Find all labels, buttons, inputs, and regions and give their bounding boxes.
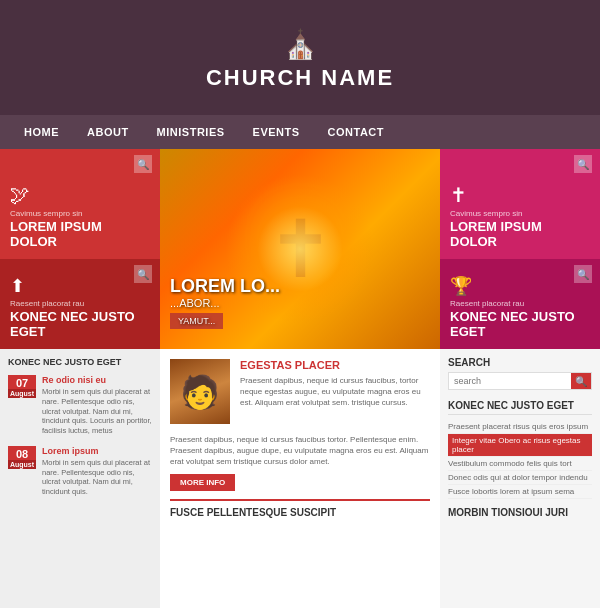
news-title-2[interactable]: Lorem ipsum [42, 446, 152, 456]
hero-image: ✝ LOREM LO... ...ABOR... YAMUT... [160, 149, 440, 349]
arrow-up-icon: ⬆ [10, 275, 150, 297]
left-middle-search-icon[interactable]: 🔍 [134, 265, 152, 283]
nav-events[interactable]: EVENTS [239, 126, 314, 138]
news-content-1: Re odio nisi eu Morbi in sem quis dui pl… [42, 375, 152, 436]
right-middle-title: KONEC NEC JUSTO EGET [450, 310, 590, 339]
right-bird-icon: ✝ [450, 183, 590, 207]
right-top-search-icon[interactable]: 🔍 [574, 155, 592, 173]
news-text-1: Morbi in sem quis dui placerat at nare. … [42, 387, 152, 436]
news-item-1: 07 August Re odio nisi eu Morbi in sem q… [8, 375, 152, 436]
right-links: Praesent placerat risus quis eros ipsum … [448, 420, 592, 499]
article-body2: Praesent dapibus, neque id cursus faucib… [170, 434, 430, 468]
left-top-title: LOREM IPSUM DOLOR [10, 220, 150, 249]
hero-button[interactable]: YAMUT... [170, 313, 223, 329]
search-button[interactable]: 🔍 [571, 373, 591, 389]
hero-main-text: LOREM LO... [170, 276, 280, 297]
left-middle-title: KONEC NEC JUSTO EGET [10, 310, 150, 339]
left-bottom-title: KONEC NEC JUSTO EGET [8, 357, 152, 367]
section-divider [170, 499, 430, 501]
chalice-icon: 🏆 [450, 275, 590, 297]
right-link-2[interactable]: Integer vitae Obero ac risus egestas pla… [448, 434, 592, 457]
date-badge-2: 08 August [8, 446, 36, 469]
article-title: EGESTAS PLACER [240, 359, 430, 371]
left-top-subtitle: Cavimus sempro sin [10, 209, 150, 218]
right-middle-panel: 🔍 🏆 Raesent placorat rau KONEC NEC JUSTO… [440, 259, 600, 349]
right-middle-search-icon[interactable]: 🔍 [574, 265, 592, 283]
search-section: SEARCH 🔍 [448, 357, 592, 390]
right-middle-subtitle: Raesent placorat rau [450, 299, 590, 308]
right-bottom-panel: SEARCH 🔍 KONEC NEC JUSTO EGET Praesent p… [440, 349, 600, 608]
right-section-title: KONEC NEC JUSTO EGET [448, 400, 592, 415]
right-top-title: LOREM IPSUM DOLOR [450, 220, 590, 249]
nav-about[interactable]: ABOUT [73, 126, 143, 138]
right-top-panel: 🔍 ✝ Cavimus sempro sin LOREM IPSUM DOLOR [440, 149, 600, 259]
right-link-5[interactable]: Fusce lobortis lorem at ipsum sema [448, 485, 592, 499]
hero-text: LOREM LO... ...ABOR... YAMUT... [170, 276, 280, 329]
header: ⛪ CHURCH NAME [0, 0, 600, 115]
section2-title: FUSCE PELLENTESQUE SUSCIPIT [170, 507, 430, 518]
news-text-2: Morbi in sem quis dui placerat at nare. … [42, 458, 152, 497]
date-badge-1: 07 August [8, 375, 36, 398]
article-top: 🧑 EGESTAS PLACER Praesent dapibus, neque… [170, 359, 430, 424]
left-top-panel: 🔍 🕊 Cavimus sempro sin LOREM IPSUM DOLOR [0, 149, 160, 259]
navigation: HOME ABOUT MINISTRIES EVENTS CONTACT [0, 115, 600, 149]
search-label: SEARCH [448, 357, 592, 368]
right-link-3[interactable]: Vestibulum commodo felis quis tort [448, 457, 592, 471]
right-link-4[interactable]: Donec odis qui at dolor tempor indendu [448, 471, 592, 485]
right-top-subtitle: Cavimus sempro sin [450, 209, 590, 218]
hero-sub-text: ...ABOR... [170, 297, 280, 309]
more-info-button[interactable]: MORE INFO [170, 474, 235, 491]
article-image: 🧑 [170, 359, 230, 424]
left-middle-panel: 🔍 ⬆ Raesent placorat rau KONEC NEC JUSTO… [0, 259, 160, 349]
main-layout: 🔍 🕊 Cavimus sempro sin LOREM IPSUM DOLOR… [0, 149, 600, 608]
center-content: ✝ LOREM LO... ...ABOR... YAMUT... 🧑 EGES… [160, 149, 440, 608]
bird-icon: 🕊 [10, 184, 150, 207]
news-title-1[interactable]: Re odio nisi eu [42, 375, 152, 385]
article-text: EGESTAS PLACER Praesent dapibus, neque i… [240, 359, 430, 424]
nav-contact[interactable]: CONTACT [314, 126, 398, 138]
church-name: CHURCH NAME [206, 65, 394, 91]
search-input-wrap: 🔍 [448, 372, 592, 390]
church-icon: ⛪ [283, 28, 318, 61]
right-link-1[interactable]: Praesent placerat risus quis eros ipsum [448, 420, 592, 434]
left-bottom-panel: KONEC NEC JUSTO EGET 07 August Re odio n… [0, 349, 160, 608]
left-middle-subtitle: Raesent placorat rau [10, 299, 150, 308]
left-top-search-icon[interactable]: 🔍 [134, 155, 152, 173]
right-sidebar: 🔍 ✝ Cavimus sempro sin LOREM IPSUM DOLOR… [440, 149, 600, 608]
nav-home[interactable]: HOME [10, 126, 73, 138]
article-body: Praesent dapibus, neque id cursus faucib… [240, 375, 430, 409]
search-input[interactable] [449, 373, 571, 389]
center-articles: 🧑 EGESTAS PLACER Praesent dapibus, neque… [160, 349, 440, 608]
left-sidebar: 🔍 🕊 Cavimus sempro sin LOREM IPSUM DOLOR… [0, 149, 160, 608]
right-section-title2: MORBIN TIONSIOUI JURI [448, 507, 592, 518]
news-item-2: 08 August Lorem ipsum Morbi in sem quis … [8, 446, 152, 497]
news-content-2: Lorem ipsum Morbi in sem quis dui placer… [42, 446, 152, 497]
person-icon: 🧑 [180, 373, 220, 411]
nav-ministries[interactable]: MINISTRIES [143, 126, 239, 138]
